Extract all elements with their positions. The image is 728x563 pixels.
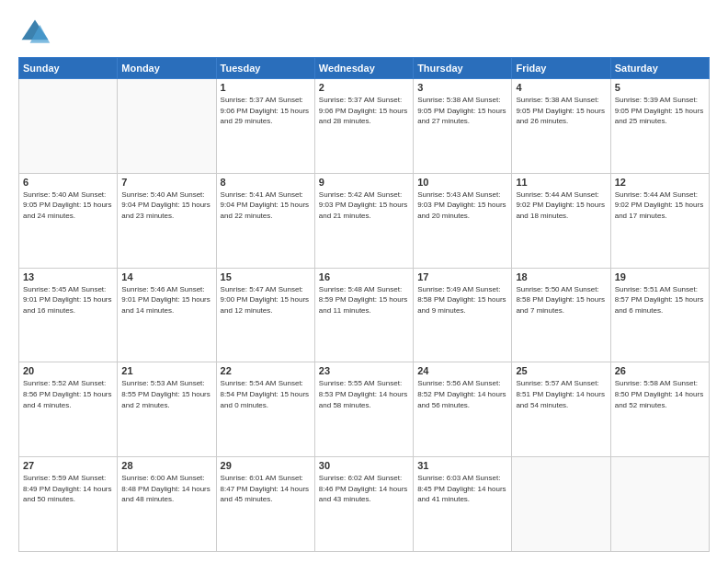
calendar-cell: 31Sunrise: 6:03 AM Sunset: 8:45 PM Dayli…: [414, 457, 512, 552]
calendar-cell: 9Sunrise: 5:42 AM Sunset: 9:03 PM Daylig…: [314, 173, 413, 268]
calendar-cell: 19Sunrise: 5:51 AM Sunset: 8:57 PM Dayli…: [610, 268, 709, 362]
day-header-friday: Friday: [512, 58, 610, 79]
calendar-table: SundayMondayTuesdayWednesdayThursdayFrid…: [18, 57, 710, 552]
day-info: Sunrise: 5:37 AM Sunset: 9:06 PM Dayligh…: [221, 95, 311, 127]
day-number: 6: [23, 177, 113, 188]
week-row-3: 13Sunrise: 5:45 AM Sunset: 9:01 PM Dayli…: [19, 268, 710, 362]
day-info: Sunrise: 5:40 AM Sunset: 9:04 PM Dayligh…: [121, 190, 211, 222]
day-info: Sunrise: 5:59 AM Sunset: 8:49 PM Dayligh…: [23, 473, 113, 505]
day-number: 22: [221, 365, 311, 376]
day-info: Sunrise: 5:58 AM Sunset: 8:50 PM Dayligh…: [615, 378, 705, 410]
day-info: Sunrise: 5:49 AM Sunset: 8:58 PM Dayligh…: [417, 284, 507, 316]
logo-icon: [18, 17, 51, 50]
calendar-cell: 2Sunrise: 5:37 AM Sunset: 9:06 PM Daylig…: [314, 79, 413, 174]
day-number: 5: [615, 82, 705, 93]
day-info: Sunrise: 5:54 AM Sunset: 8:54 PM Dayligh…: [221, 378, 311, 410]
day-number: 19: [615, 271, 705, 282]
day-info: Sunrise: 6:02 AM Sunset: 8:46 PM Dayligh…: [319, 473, 409, 505]
day-number: 13: [23, 271, 113, 282]
day-info: Sunrise: 5:42 AM Sunset: 9:03 PM Dayligh…: [319, 190, 409, 222]
week-row-5: 27Sunrise: 5:59 AM Sunset: 8:49 PM Dayli…: [19, 457, 710, 552]
day-number: 25: [516, 365, 606, 376]
day-number: 23: [319, 365, 409, 376]
day-info: Sunrise: 6:01 AM Sunset: 8:47 PM Dayligh…: [221, 473, 311, 505]
header: [18, 17, 710, 50]
day-number: 29: [221, 460, 311, 471]
day-info: Sunrise: 5:55 AM Sunset: 8:53 PM Dayligh…: [319, 378, 409, 410]
day-number: 14: [121, 271, 211, 282]
day-info: Sunrise: 5:45 AM Sunset: 9:01 PM Dayligh…: [23, 284, 113, 316]
calendar-cell: 27Sunrise: 5:59 AM Sunset: 8:49 PM Dayli…: [19, 457, 118, 552]
day-number: 26: [615, 365, 705, 376]
week-row-2: 6Sunrise: 5:40 AM Sunset: 9:05 PM Daylig…: [19, 173, 710, 268]
calendar-cell: 30Sunrise: 6:02 AM Sunset: 8:46 PM Dayli…: [314, 457, 413, 552]
calendar-cell: 14Sunrise: 5:46 AM Sunset: 9:01 PM Dayli…: [118, 268, 216, 362]
day-number: 1: [221, 82, 311, 93]
calendar-cell: 29Sunrise: 6:01 AM Sunset: 8:47 PM Dayli…: [216, 457, 314, 552]
day-header-thursday: Thursday: [414, 58, 512, 79]
day-header-wednesday: Wednesday: [314, 58, 413, 79]
day-info: Sunrise: 5:50 AM Sunset: 8:58 PM Dayligh…: [516, 284, 606, 316]
day-number: 15: [221, 271, 311, 282]
calendar-cell: [610, 457, 709, 552]
calendar-cell: 7Sunrise: 5:40 AM Sunset: 9:04 PM Daylig…: [118, 173, 216, 268]
calendar-cell: 24Sunrise: 5:56 AM Sunset: 8:52 PM Dayli…: [414, 362, 512, 457]
day-number: 31: [417, 460, 507, 471]
day-number: 9: [319, 177, 409, 188]
day-number: 2: [319, 82, 409, 93]
calendar-cell: 22Sunrise: 5:54 AM Sunset: 8:54 PM Dayli…: [216, 362, 314, 457]
calendar-cell: 5Sunrise: 5:39 AM Sunset: 9:05 PM Daylig…: [610, 79, 709, 174]
day-number: 17: [417, 271, 507, 282]
day-number: 24: [417, 365, 507, 376]
day-info: Sunrise: 5:44 AM Sunset: 9:02 PM Dayligh…: [516, 190, 606, 222]
day-header-sunday: Sunday: [19, 58, 118, 79]
day-info: Sunrise: 5:44 AM Sunset: 9:02 PM Dayligh…: [615, 190, 705, 222]
calendar-cell: 1Sunrise: 5:37 AM Sunset: 9:06 PM Daylig…: [216, 79, 314, 174]
day-info: Sunrise: 5:47 AM Sunset: 9:00 PM Dayligh…: [221, 284, 311, 316]
day-number: 8: [221, 177, 311, 188]
calendar-header: SundayMondayTuesdayWednesdayThursdayFrid…: [19, 58, 710, 79]
day-info: Sunrise: 5:48 AM Sunset: 8:59 PM Dayligh…: [319, 284, 409, 316]
calendar-cell: 25Sunrise: 5:57 AM Sunset: 8:51 PM Dayli…: [512, 362, 610, 457]
calendar-cell: 23Sunrise: 5:55 AM Sunset: 8:53 PM Dayli…: [314, 362, 413, 457]
day-info: Sunrise: 5:52 AM Sunset: 8:56 PM Dayligh…: [23, 378, 113, 410]
calendar-cell: 28Sunrise: 6:00 AM Sunset: 8:48 PM Dayli…: [118, 457, 216, 552]
day-info: Sunrise: 5:53 AM Sunset: 8:55 PM Dayligh…: [121, 378, 211, 410]
day-info: Sunrise: 5:46 AM Sunset: 9:01 PM Dayligh…: [121, 284, 211, 316]
day-info: Sunrise: 5:38 AM Sunset: 9:05 PM Dayligh…: [417, 95, 507, 127]
day-number: 21: [121, 365, 211, 376]
day-header-saturday: Saturday: [610, 58, 709, 79]
calendar-cell: 17Sunrise: 5:49 AM Sunset: 8:58 PM Dayli…: [414, 268, 512, 362]
day-number: 3: [417, 82, 507, 93]
page: SundayMondayTuesdayWednesdayThursdayFrid…: [0, 0, 728, 563]
week-row-1: 1Sunrise: 5:37 AM Sunset: 9:06 PM Daylig…: [19, 79, 710, 174]
day-number: 18: [516, 271, 606, 282]
day-info: Sunrise: 5:38 AM Sunset: 9:05 PM Dayligh…: [516, 95, 606, 127]
day-number: 16: [319, 271, 409, 282]
calendar-cell: [19, 79, 118, 174]
logo: [18, 17, 55, 50]
calendar-cell: 10Sunrise: 5:43 AM Sunset: 9:03 PM Dayli…: [414, 173, 512, 268]
calendar-cell: 8Sunrise: 5:41 AM Sunset: 9:04 PM Daylig…: [216, 173, 314, 268]
day-info: Sunrise: 5:40 AM Sunset: 9:05 PM Dayligh…: [23, 190, 113, 222]
calendar-cell: 4Sunrise: 5:38 AM Sunset: 9:05 PM Daylig…: [512, 79, 610, 174]
calendar-cell: 21Sunrise: 5:53 AM Sunset: 8:55 PM Dayli…: [118, 362, 216, 457]
day-info: Sunrise: 6:00 AM Sunset: 8:48 PM Dayligh…: [121, 473, 211, 505]
calendar-cell: 13Sunrise: 5:45 AM Sunset: 9:01 PM Dayli…: [19, 268, 118, 362]
header-row: SundayMondayTuesdayWednesdayThursdayFrid…: [19, 58, 710, 79]
calendar-cell: [118, 79, 216, 174]
calendar-cell: 11Sunrise: 5:44 AM Sunset: 9:02 PM Dayli…: [512, 173, 610, 268]
week-row-4: 20Sunrise: 5:52 AM Sunset: 8:56 PM Dayli…: [19, 362, 710, 457]
day-info: Sunrise: 5:51 AM Sunset: 8:57 PM Dayligh…: [615, 284, 705, 316]
calendar-cell: [512, 457, 610, 552]
day-number: 7: [121, 177, 211, 188]
day-number: 10: [417, 177, 507, 188]
day-info: Sunrise: 5:37 AM Sunset: 9:06 PM Dayligh…: [319, 95, 409, 127]
calendar-cell: 18Sunrise: 5:50 AM Sunset: 8:58 PM Dayli…: [512, 268, 610, 362]
day-number: 27: [23, 460, 113, 471]
calendar-cell: 12Sunrise: 5:44 AM Sunset: 9:02 PM Dayli…: [610, 173, 709, 268]
day-number: 30: [319, 460, 409, 471]
day-info: Sunrise: 5:56 AM Sunset: 8:52 PM Dayligh…: [417, 378, 507, 410]
day-info: Sunrise: 5:41 AM Sunset: 9:04 PM Dayligh…: [221, 190, 311, 222]
calendar-cell: 3Sunrise: 5:38 AM Sunset: 9:05 PM Daylig…: [414, 79, 512, 174]
